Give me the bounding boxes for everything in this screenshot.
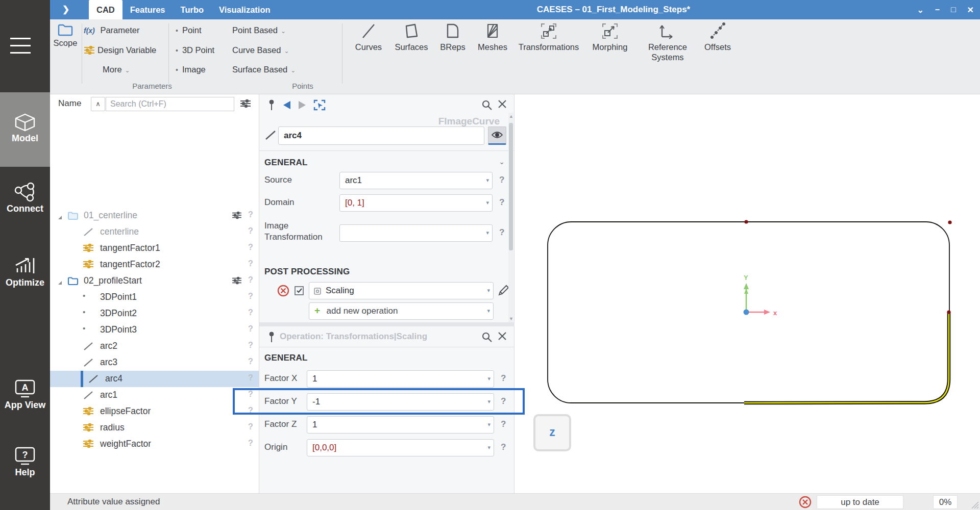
pin-icon[interactable]: [268, 332, 275, 345]
filter-icon[interactable]: [240, 99, 251, 110]
source-input[interactable]: [340, 172, 492, 189]
image-transformation-input[interactable]: [340, 225, 492, 241]
search-icon[interactable]: [481, 99, 493, 113]
help-icon[interactable]: ?: [248, 406, 253, 415]
viewport-3d[interactable]: Y x z: [515, 94, 980, 493]
help-icon[interactable]: ?: [248, 243, 253, 252]
more-dropdown[interactable]: More⌄: [103, 65, 130, 74]
factor-x-input[interactable]: [307, 371, 494, 387]
scroll-up-icon[interactable]: ▲: [509, 114, 513, 119]
curve-point-marker[interactable]: [744, 220, 748, 223]
dropdown-arrow-icon[interactable]: ▾: [487, 421, 491, 428]
surface-based-dropdown[interactable]: Surface Based⌄: [232, 65, 296, 74]
remove-operation-icon[interactable]: [277, 285, 289, 299]
help-icon[interactable]: ?: [248, 357, 253, 366]
factor-z-input[interactable]: [307, 417, 494, 433]
image-button[interactable]: •Image: [176, 65, 206, 74]
chevron-down-icon[interactable]: ⌄: [499, 158, 505, 166]
tree-item-01-centerline[interactable]: 01_centerline ?: [50, 208, 259, 224]
origin-point[interactable]: [744, 310, 749, 315]
factor-y-input[interactable]: [307, 394, 494, 410]
help-icon[interactable]: ?: [248, 275, 253, 285]
dropdown-arrow-icon[interactable]: ▾: [487, 375, 491, 382]
error-state-icon[interactable]: [799, 496, 812, 510]
close-icon[interactable]: [498, 99, 507, 111]
dropdown-arrow-icon[interactable]: ▾: [487, 308, 490, 314]
tree-item-tangentfactor2[interactable]: tangentFactor2 ?: [50, 257, 259, 273]
design-variable-button[interactable]: Design Variable: [84, 45, 156, 55]
breps-button[interactable]: BReps: [434, 21, 471, 62]
close-icon[interactable]: ✕: [967, 5, 974, 15]
tab-visualization[interactable]: Visualization: [211, 0, 278, 19]
tree-item-3dpoint3[interactable]: • 3DPoint3 ?: [50, 322, 259, 338]
help-icon[interactable]: ?: [248, 373, 253, 382]
help-icon[interactable]: ?: [248, 292, 253, 301]
tree-item-tangentfactor1[interactable]: tangentFactor1 ?: [50, 240, 259, 257]
expand-ribbon-icon[interactable]: ❯: [62, 4, 69, 15]
tab-features[interactable]: Features: [122, 0, 173, 19]
sidebar-item-optimize[interactable]: Optimize: [0, 255, 50, 306]
help-icon[interactable]: ?: [501, 419, 506, 429]
sidebar-item-help[interactable]: ? Help: [0, 445, 50, 496]
help-icon[interactable]: ?: [248, 341, 253, 350]
scrollbar[interactable]: ▲ ▼: [508, 113, 513, 322]
domain-input[interactable]: [340, 195, 492, 211]
dropdown-arrow-icon[interactable]: ▾: [487, 444, 491, 451]
help-icon[interactable]: ?: [248, 324, 253, 334]
curve-point-marker[interactable]: [947, 310, 950, 314]
offsets-button[interactable]: Offsets: [696, 21, 740, 62]
maximize-icon[interactable]: □: [951, 5, 956, 14]
sliders-icon[interactable]: [232, 276, 242, 287]
parameter-button[interactable]: f(x) Parameter: [84, 26, 139, 35]
dropdown-arrow-icon[interactable]: ▾: [487, 398, 491, 405]
tree-item-weightfactor[interactable]: weightFactor ?: [50, 436, 259, 452]
curve-based-dropdown[interactable]: Curve Based⌄: [232, 45, 289, 55]
sidebar-item-connect[interactable]: Connect: [0, 181, 50, 232]
dropdown-arrow-icon[interactable]: ▾: [486, 177, 489, 184]
curves-button[interactable]: Curves: [349, 21, 388, 62]
visibility-toggle[interactable]: [488, 126, 506, 145]
help-icon[interactable]: ?: [501, 373, 506, 384]
transformations-button[interactable]: Transformations: [514, 21, 583, 62]
sidebar-item-app-view[interactable]: A App View: [0, 377, 50, 428]
tree-item-ellipsefactor[interactable]: ellipseFactor ?: [50, 403, 259, 420]
tab-cad[interactable]: CAD: [89, 0, 122, 19]
help-icon[interactable]: ?: [248, 390, 253, 399]
arc4-curve-highlight[interactable]: [744, 312, 949, 403]
morphing-button[interactable]: Morphing: [583, 21, 636, 62]
tree-item-radius[interactable]: radius ?: [50, 420, 259, 436]
dropdown-arrow-icon[interactable]: ▾: [487, 287, 490, 294]
search-icon[interactable]: [481, 332, 493, 345]
help-icon[interactable]: ?: [501, 442, 506, 452]
sidebar-item-model[interactable]: Model: [0, 92, 50, 167]
curve-point-marker[interactable]: [948, 220, 951, 224]
help-icon[interactable]: ?: [248, 422, 253, 431]
hamburger-menu-icon[interactable]: [10, 38, 31, 55]
reference-systems-button[interactable]: Reference Systems: [636, 21, 696, 62]
help-icon[interactable]: ?: [248, 226, 253, 236]
collapse-all-button[interactable]: ∧: [91, 97, 105, 111]
resize-grip[interactable]: [969, 499, 979, 509]
help-icon[interactable]: ?: [248, 308, 253, 317]
tree-item-3dpoint2[interactable]: • 3DPoint2 ?: [50, 305, 259, 322]
scroll-down-icon[interactable]: ▼: [509, 316, 513, 321]
help-icon[interactable]: ?: [501, 396, 506, 406]
nav-forward-icon[interactable]: [297, 100, 307, 112]
operation-enabled-checkbox[interactable]: [294, 286, 304, 298]
surfaces-button[interactable]: Surfaces: [388, 21, 434, 62]
expander-icon[interactable]: [57, 213, 63, 222]
object-name-input[interactable]: [279, 127, 484, 144]
point-button[interactable]: •Point: [176, 26, 202, 35]
help-icon[interactable]: ?: [499, 197, 504, 208]
tree-item-3dpoint1[interactable]: • 3DPoint1 ?: [50, 289, 259, 305]
nav-back-icon[interactable]: [282, 100, 292, 112]
help-icon[interactable]: ?: [499, 227, 504, 238]
update-state-badge[interactable]: up to date: [817, 495, 903, 509]
help-icon[interactable]: ?: [248, 439, 253, 448]
sliders-icon[interactable]: [232, 211, 242, 221]
scrollbar-thumb[interactable]: [509, 123, 513, 250]
point-based-dropdown[interactable]: Point Based⌄: [232, 26, 286, 35]
operation-input[interactable]: [309, 283, 493, 299]
search-input[interactable]: [106, 97, 234, 111]
dropdown-arrow-icon[interactable]: ▾: [486, 230, 489, 236]
